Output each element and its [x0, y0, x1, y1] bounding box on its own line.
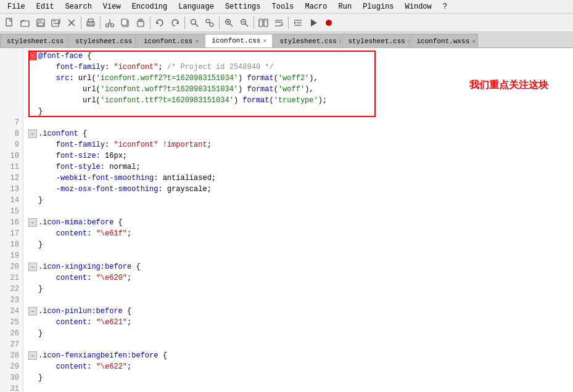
- svg-line-33: [245, 23, 249, 27]
- close-button[interactable]: [64, 15, 79, 30]
- code-line-24: − .icon-pinlun:before {: [28, 306, 568, 317]
- line-num-3: [0, 73, 19, 84]
- colon-25: :: [87, 317, 96, 328]
- tab-stylesheet-4[interactable]: stylesheet.css ✕: [342, 34, 410, 47]
- code-line-12: -webkit-font-smoothing : antialiased;: [28, 173, 568, 184]
- cut-button[interactable]: [102, 15, 117, 30]
- replace-button[interactable]: [202, 15, 217, 30]
- code-line-16: − .icon-mima:before {: [28, 217, 568, 228]
- menu-edit[interactable]: Edit: [31, 1, 59, 12]
- menu-encoding[interactable]: Encoding: [127, 1, 173, 12]
- code-area[interactable]: 我们重点关注这块 − @font-face { font-family : "i…: [23, 48, 573, 392]
- undo-button[interactable]: [152, 15, 167, 30]
- tab-close-2[interactable]: ✕: [134, 38, 136, 45]
- line-num-10: 10: [0, 150, 19, 161]
- menu-help[interactable]: ?: [438, 1, 452, 12]
- code-line-11: font-style : normal;: [28, 161, 568, 173]
- semi-21: ;: [127, 272, 131, 284]
- indent-5: url(: [38, 95, 101, 106]
- menu-view[interactable]: View: [98, 1, 126, 12]
- tab-close-5[interactable]: ✕: [339, 38, 341, 45]
- toolbar-separator-5: [219, 17, 220, 29]
- line-num-18: 18: [0, 239, 19, 250]
- fn-format-3: (: [274, 73, 278, 84]
- code-line-25: content : "\e621" ;: [28, 317, 568, 328]
- fn-format-close-4: ),: [305, 84, 313, 95]
- collapse-icon-16[interactable]: −: [28, 218, 37, 227]
- colon-3: :: [69, 73, 78, 84]
- word-wrap-button[interactable]: [271, 15, 286, 30]
- brace-close-24: }: [38, 328, 43, 339]
- code-line-2: font-family : "iconfont" ; /* Project id…: [28, 62, 568, 73]
- line-num-25: 25: [0, 317, 19, 328]
- indent-button[interactable]: [291, 15, 305, 30]
- collapse-icon-28[interactable]: −: [28, 351, 37, 360]
- run-macro-button[interactable]: [306, 15, 321, 30]
- redo-button[interactable]: [168, 15, 183, 30]
- svg-line-24: [196, 23, 199, 27]
- indent-4: url(: [38, 84, 101, 95]
- open-button[interactable]: [18, 15, 33, 30]
- kw-format-3: format: [242, 73, 273, 84]
- toolbar: [0, 14, 573, 32]
- prop-content-21: content: [38, 272, 87, 284]
- tab-close-1[interactable]: ✕: [66, 38, 68, 45]
- menu-window[interactable]: Window: [400, 1, 437, 12]
- menu-file[interactable]: File: [2, 1, 30, 12]
- str-ttf: 'iconfont.ttf?t=1620983151034': [101, 95, 234, 106]
- tab-stylesheet-1[interactable]: stylesheet.css ✕: [0, 34, 68, 47]
- brace-close-8: }: [38, 195, 43, 206]
- collapse-icon-24[interactable]: −: [28, 307, 37, 316]
- code-line-19: [28, 250, 568, 261]
- val-webkit-12: antialiased;: [163, 173, 216, 184]
- copy-button[interactable]: [118, 15, 133, 30]
- collapse-icon-1[interactable]: −: [28, 52, 37, 60]
- paste-button[interactable]: [133, 15, 148, 30]
- toolbar-separator-2: [100, 17, 101, 29]
- menu-tools[interactable]: Tools: [266, 1, 299, 12]
- svg-line-16: [109, 22, 110, 25]
- tab-stylesheet-2[interactable]: stylesheet.css ✕: [68, 34, 136, 47]
- menu-search[interactable]: Search: [60, 1, 97, 12]
- menu-run[interactable]: Run: [334, 1, 357, 12]
- record-macro-button[interactable]: [321, 15, 336, 30]
- collapse-icon-20[interactable]: −: [28, 263, 37, 271]
- selector-xingxing: .icon-xingxing:before: [38, 261, 131, 272]
- svg-rect-20: [122, 19, 127, 25]
- svg-rect-1: [21, 21, 29, 27]
- save-all-button[interactable]: [49, 15, 64, 30]
- brace-close-20: }: [38, 284, 43, 295]
- menu-language[interactable]: Language: [173, 1, 219, 12]
- tab-close-4[interactable]: ✕: [263, 37, 266, 44]
- menubar: File Edit Search View Encoding Language …: [0, 0, 573, 14]
- tab-iconfont-wxss[interactable]: iconfont.wxss ✕: [410, 34, 478, 47]
- svg-point-23: [191, 19, 196, 24]
- save-button[interactable]: [33, 15, 48, 30]
- prop-moz-13: -moz-osx-font-smoothing: [38, 184, 158, 195]
- svg-line-29: [230, 23, 233, 27]
- zoom-out-button[interactable]: [237, 15, 252, 30]
- kw-format-5: format: [238, 95, 269, 106]
- tab-close-7[interactable]: ✕: [472, 38, 476, 45]
- prop-src: src: [38, 73, 69, 84]
- print-button[interactable]: [83, 15, 98, 30]
- code-line-15: [28, 206, 568, 217]
- find-button[interactable]: [187, 15, 202, 30]
- zoom-in-button[interactable]: [221, 15, 236, 30]
- tab-close-6[interactable]: ✕: [408, 38, 410, 45]
- tab-stylesheet-3[interactable]: stylesheet.css ✕: [273, 34, 341, 47]
- collapse-icon-8[interactable]: −: [28, 129, 37, 138]
- menu-settings[interactable]: Settings: [220, 1, 266, 12]
- svg-rect-13: [88, 24, 93, 26]
- tab-iconfont-2[interactable]: iconfont.css ✕: [205, 34, 272, 47]
- menu-plugins[interactable]: Plugins: [358, 1, 398, 12]
- new-file-button[interactable]: [2, 15, 17, 30]
- line-num-9: 9: [0, 139, 19, 150]
- editor-area: 7 8 9 10 11 12 13 14 15 16 17 18 19 20 2…: [0, 48, 573, 392]
- code-line-14: }: [28, 195, 568, 206]
- sync-scroll-button[interactable]: [256, 15, 271, 30]
- menu-macro[interactable]: Macro: [300, 1, 332, 12]
- tab-close-3[interactable]: ✕: [195, 38, 199, 45]
- tab-iconfont-1[interactable]: iconfont.css ✕: [137, 34, 204, 47]
- code-line-27: [28, 339, 568, 350]
